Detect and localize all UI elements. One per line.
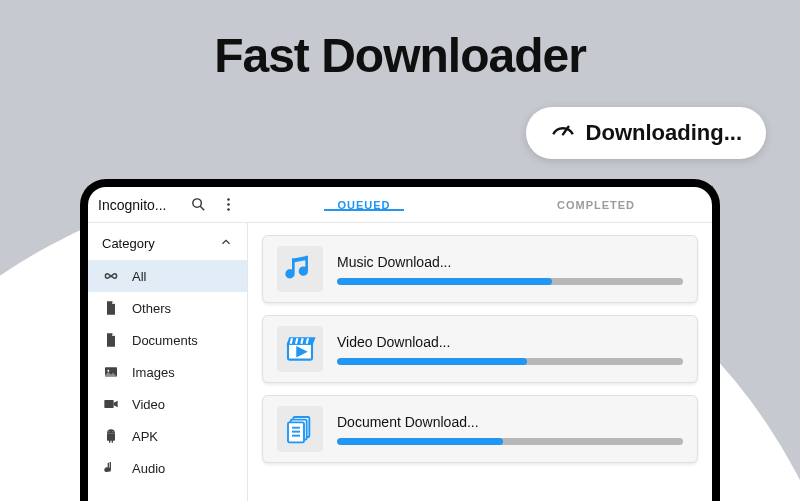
svg-point-4 bbox=[227, 203, 230, 206]
category-header-label: Category bbox=[102, 236, 155, 251]
svg-point-5 bbox=[227, 208, 230, 211]
topbar: Incognito... QUEUEDCOMPLETED bbox=[88, 187, 712, 223]
progress-bar bbox=[337, 438, 503, 445]
app-mode-label: Incognito... bbox=[98, 197, 178, 213]
sidebar-item-images[interactable]: Images bbox=[88, 356, 247, 388]
category-header[interactable]: Category bbox=[88, 223, 247, 260]
search-icon[interactable] bbox=[188, 195, 208, 215]
sidebar-item-apk[interactable]: APK bbox=[88, 420, 247, 452]
sidebar-item-documents[interactable]: Documents bbox=[88, 324, 247, 356]
svg-point-3 bbox=[227, 198, 230, 201]
svg-point-1 bbox=[192, 199, 201, 208]
sidebar-item-video[interactable]: Video bbox=[88, 388, 247, 420]
video-icon bbox=[102, 395, 120, 413]
file-icon bbox=[102, 331, 120, 349]
sidebar-item-label: All bbox=[132, 269, 146, 284]
chevron-up-icon bbox=[219, 235, 233, 252]
sidebar-item-label: APK bbox=[132, 429, 158, 444]
progress-bar bbox=[337, 278, 552, 285]
download-card[interactable]: Music Download... bbox=[262, 235, 698, 303]
download-card[interactable]: Video Download... bbox=[262, 315, 698, 383]
sidebar-item-all[interactable]: All bbox=[88, 260, 247, 292]
sidebar-item-label: Video bbox=[132, 397, 165, 412]
android-icon bbox=[102, 427, 120, 445]
sidebar-item-others[interactable]: Others bbox=[88, 292, 247, 324]
tab-queued[interactable]: QUEUED bbox=[248, 199, 480, 211]
file-icon bbox=[102, 299, 120, 317]
progress-track bbox=[337, 438, 683, 445]
svg-rect-8 bbox=[104, 400, 113, 408]
clapper-icon bbox=[277, 326, 323, 372]
svg-point-10 bbox=[113, 431, 114, 432]
image-icon bbox=[102, 363, 120, 381]
download-list: Music Download...Video Download...Docume… bbox=[248, 223, 712, 501]
progress-track bbox=[337, 358, 683, 365]
speedometer-icon bbox=[550, 117, 576, 149]
docs-icon bbox=[277, 406, 323, 452]
svg-point-7 bbox=[107, 370, 109, 372]
downloading-badge-label: Downloading... bbox=[586, 120, 742, 146]
music-icon bbox=[277, 246, 323, 292]
download-card[interactable]: Document Download... bbox=[262, 395, 698, 463]
sidebar-item-label: Documents bbox=[132, 333, 198, 348]
sidebar: Category AllOthersDocumentsImagesVideoAP… bbox=[88, 223, 248, 501]
device-frame: Incognito... QUEUEDCOMPLETED Category Al… bbox=[80, 179, 720, 501]
more-icon[interactable] bbox=[218, 195, 238, 215]
progress-track bbox=[337, 278, 683, 285]
download-title: Music Download... bbox=[337, 254, 683, 270]
download-title: Video Download... bbox=[337, 334, 683, 350]
downloading-badge: Downloading... bbox=[526, 107, 766, 159]
tab-completed[interactable]: COMPLETED bbox=[480, 199, 712, 211]
sidebar-item-label: Audio bbox=[132, 461, 165, 476]
infinity-icon bbox=[102, 267, 120, 285]
page-title: Fast Downloader bbox=[0, 28, 800, 83]
sidebar-item-audio[interactable]: Audio bbox=[88, 452, 247, 484]
progress-bar bbox=[337, 358, 527, 365]
download-title: Document Download... bbox=[337, 414, 683, 430]
svg-line-2 bbox=[200, 206, 204, 210]
svg-point-9 bbox=[109, 431, 110, 432]
sidebar-item-label: Images bbox=[132, 365, 175, 380]
sidebar-item-label: Others bbox=[132, 301, 171, 316]
audio-icon bbox=[102, 459, 120, 477]
